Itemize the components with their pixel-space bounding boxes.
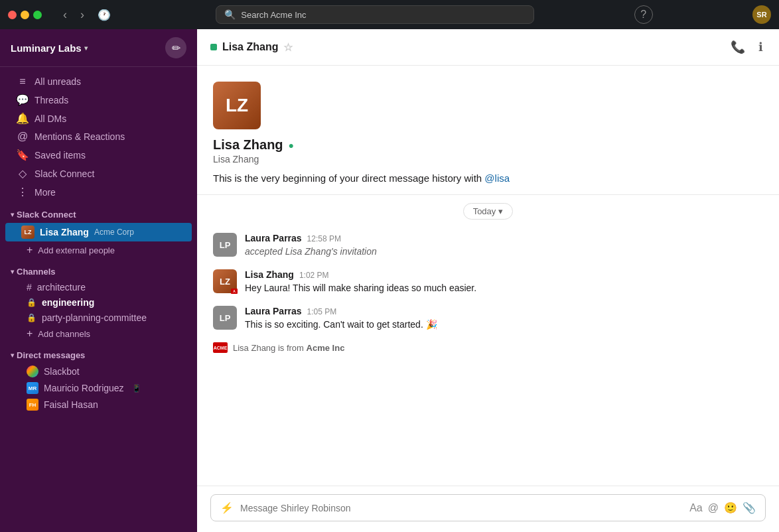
acme-org-name: Acme Inc [307, 343, 345, 353]
intro-name-text: Lisa Zhang [213, 137, 283, 153]
slack-connect-section-label: Slack Connect [17, 210, 76, 220]
date-pill[interactable]: Today ▾ [463, 203, 514, 220]
chat-input-box[interactable]: ⚡ Aa @ 🙂 📎 [210, 494, 766, 521]
online-indicator [210, 44, 217, 50]
dms-section-header[interactable]: ▾ Direct messages [0, 348, 197, 363]
sidebar-item-threads[interactable]: 💬 Threads [5, 91, 192, 109]
message-author-3[interactable]: Laura Parras [245, 306, 302, 316]
all-dms-icon: 🔔 [16, 112, 29, 125]
all-dms-label: All DMs [35, 113, 66, 124]
threads-icon: 💬 [16, 94, 29, 106]
date-label: Today [473, 206, 496, 216]
minimize-button[interactable] [21, 11, 29, 19]
info-button[interactable]: ℹ [756, 37, 766, 57]
channels-section-header[interactable]: ▾ Channels [0, 264, 197, 279]
lightning-icon[interactable]: ⚡ [220, 501, 234, 514]
channel-item-engineering[interactable]: 🔒 engineering [5, 295, 192, 310]
nav-items: ≡ All unreads 💬 Threads 🔔 All DMs @ Ment… [0, 72, 197, 202]
format-button[interactable]: Aa [689, 502, 703, 514]
message-avatar-laura-1: LP [213, 233, 237, 257]
message-group-3: LP Laura Parras 1:05 PM This is so excit… [197, 300, 779, 337]
star-icon[interactable]: ☆ [283, 41, 293, 54]
dms-chevron-icon: ▾ [11, 352, 14, 359]
help-button[interactable]: ? [634, 5, 653, 24]
dms-section-label: Direct messages [17, 350, 85, 360]
search-icon: 🔍 [224, 9, 236, 20]
dm-item-mauricio[interactable]: MR Mauricio Rodriguez 📱 [5, 380, 192, 396]
mention-button[interactable]: @ [708, 502, 719, 514]
message-group-1: LP Laura Parras 12:58 PM accepted Lisa Z… [197, 228, 779, 264]
hash-icon: # [27, 282, 32, 293]
add-external-people-button[interactable]: + Add external people [5, 242, 192, 258]
acme-notice-text: Lisa Zhang is from Acme Inc [233, 343, 344, 353]
add-icon: + [27, 244, 33, 256]
message-author-2[interactable]: Lisa Zhang [245, 269, 294, 280]
more-label: More [35, 187, 56, 198]
close-button[interactable] [8, 11, 17, 19]
slack-connect-nav-label: Slack Connect [35, 168, 94, 179]
attachment-button[interactable]: 📎 [743, 501, 756, 514]
workspace-name[interactable]: Luminary Labs ▾ [11, 42, 88, 54]
maximize-button[interactable] [33, 11, 42, 19]
intro-text-content: This is the very beginning of your direc… [213, 172, 482, 184]
add-channels-label: Add channels [38, 329, 90, 339]
message-text-2: Hey Laura! This will make sharing ideas … [245, 281, 763, 295]
main-layout: Luminary Labs ▾ ✏ ≡ All unreads 💬 Thread… [0, 29, 779, 532]
mauricio-avatar: MR [27, 382, 38, 394]
user-avatar-top[interactable]: SR [752, 5, 771, 24]
slack-connect-section-header[interactable]: ▾ Slack Connect [0, 207, 197, 222]
sidebar-header: Luminary Labs ▾ ✏ [0, 29, 197, 67]
message-time-3: 1:05 PM [307, 307, 337, 316]
mention-link[interactable]: @lisa [484, 172, 510, 184]
message-content-1: Laura Parras 12:58 PM accepted Lisa Zhan… [245, 233, 763, 259]
intro-text: This is the very beginning of your direc… [213, 172, 510, 184]
acme-badge-small: A [231, 289, 238, 294]
mauricio-status-icon: 📱 [132, 384, 141, 393]
message-author-1[interactable]: Laura Parras [245, 233, 302, 243]
back-button[interactable]: ‹ [58, 5, 72, 25]
add-channels-button[interactable]: + Add channels [5, 326, 192, 342]
sidebar-item-all-unreads[interactable]: ≡ All unreads [5, 73, 192, 90]
date-divider: Today ▾ [197, 195, 779, 228]
lisa-zhang-org: Acme Corp [94, 228, 134, 237]
sidebar-item-saved[interactable]: 🔖 Saved items [5, 146, 192, 164]
channel-engineering-label: engineering [42, 297, 94, 308]
sidebar-item-more[interactable]: ⋮ More [5, 183, 192, 201]
search-placeholder: Search Acme Inc [241, 10, 306, 20]
input-actions: Aa @ 🙂 📎 [689, 501, 756, 514]
forward-button[interactable]: › [75, 5, 90, 25]
message-text-3: This is so exciting. Can't wait to get s… [245, 318, 763, 332]
intro-online-dot: ● [289, 140, 294, 151]
saved-label: Saved items [35, 150, 86, 161]
sidebar-item-slack-connect-nav[interactable]: ◇ Slack Connect [5, 165, 192, 182]
compose-button[interactable]: ✏ [165, 37, 186, 58]
intro-avatar: LZ [213, 82, 261, 129]
dm-item-slackbot[interactable]: Slackbot [5, 364, 192, 379]
dm-item-faisal[interactable]: FH Faisal Hasan [5, 397, 192, 413]
add-external-label: Add external people [38, 245, 115, 255]
history-button[interactable]: 🕐 [92, 5, 116, 25]
message-content-3: Laura Parras 1:05 PM This is so exciting… [245, 306, 763, 332]
slackbot-label: Slackbot [44, 366, 80, 377]
all-unreads-icon: ≡ [16, 76, 29, 88]
message-time-1: 12:58 PM [307, 234, 341, 243]
traffic-lights [8, 11, 42, 19]
sidebar-item-all-dms[interactable]: 🔔 All DMs [5, 109, 192, 127]
dms-section: ▾ Direct messages Slackbot MR Mauricio R… [0, 348, 197, 413]
mentions-label: Mentions & Reactions [35, 131, 125, 142]
call-button[interactable]: 📞 [728, 37, 748, 57]
emoji-button[interactable]: 🙂 [724, 501, 737, 514]
channel-item-party-planning[interactable]: 🔒 party-planning-committee [5, 310, 192, 325]
message-input[interactable] [240, 503, 683, 513]
acme-logo: ACME [213, 342, 228, 353]
sidebar: Luminary Labs ▾ ✏ ≡ All unreads 💬 Thread… [0, 29, 197, 532]
search-bar[interactable]: 🔍 Search Acme Inc [216, 5, 534, 24]
sidebar-item-mentions[interactable]: @ Mentions & Reactions [5, 128, 192, 145]
slack-connect-item-lisa-zhang[interactable]: LZ Lisa Zhang Acme Corp [5, 223, 192, 241]
chat-header-actions: 📞 ℹ [728, 37, 766, 57]
slack-connect-section: ▾ Slack Connect LZ Lisa Zhang Acme Corp … [0, 207, 197, 259]
message-avatar-lisa: LZ A [213, 269, 237, 293]
lock-icon-party: 🔒 [27, 313, 36, 322]
channel-item-architecture[interactable]: # architecture [5, 280, 192, 295]
more-icon: ⋮ [16, 186, 29, 198]
